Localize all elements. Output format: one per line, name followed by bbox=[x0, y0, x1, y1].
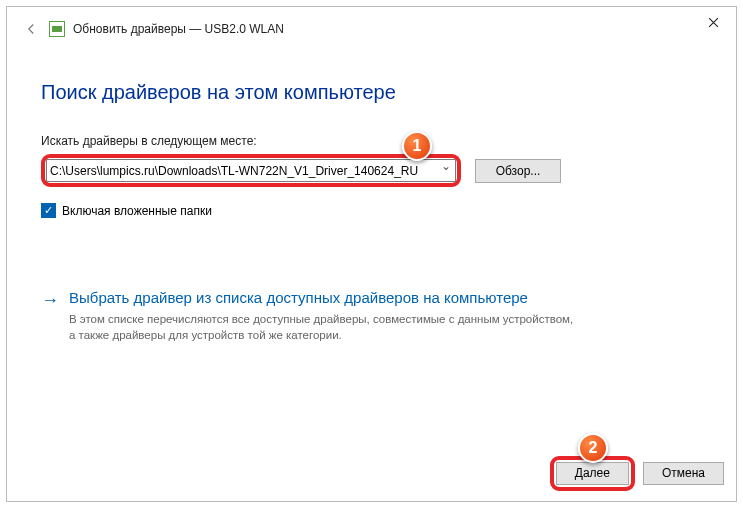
driver-icon bbox=[49, 21, 65, 37]
include-subfolders-checkbox[interactable]: ✓ bbox=[41, 203, 56, 218]
annotation-badge-1: 1 bbox=[402, 131, 432, 161]
option-title: Выбрать драйвер из списка доступных драй… bbox=[69, 288, 581, 308]
back-icon[interactable] bbox=[21, 19, 41, 39]
highlight-1: C:\Users\lumpics.ru\Downloads\TL-WN722N_… bbox=[41, 154, 461, 187]
include-subfolders-label: Включая вложенные папки bbox=[62, 204, 212, 218]
driver-path-combobox[interactable]: C:\Users\lumpics.ru\Downloads\TL-WN722N_… bbox=[46, 159, 456, 182]
driver-path-value: C:\Users\lumpics.ru\Downloads\TL-WN722N_… bbox=[50, 164, 418, 178]
pick-from-list-option[interactable]: → Выбрать драйвер из списка доступных др… bbox=[41, 288, 581, 343]
browse-button[interactable]: Обзор... bbox=[475, 159, 561, 183]
page-heading: Поиск драйверов на этом компьютере bbox=[41, 81, 702, 104]
option-description: В этом списке перечисляются все доступны… bbox=[69, 311, 581, 343]
footer: Далее Отмена bbox=[7, 445, 736, 501]
close-button[interactable] bbox=[690, 7, 736, 37]
cancel-button[interactable]: Отмена bbox=[643, 462, 724, 485]
arrow-right-icon: → bbox=[41, 288, 59, 311]
annotation-badge-2: 2 bbox=[578, 433, 608, 463]
path-label: Искать драйверы в следующем месте: bbox=[41, 134, 702, 148]
driver-update-window: Обновить драйверы — USB2.0 WLAN Поиск др… bbox=[6, 6, 737, 502]
titlebar: Обновить драйверы — USB2.0 WLAN bbox=[7, 7, 736, 51]
include-subfolders-row: ✓ Включая вложенные папки bbox=[41, 203, 702, 218]
path-row: C:\Users\lumpics.ru\Downloads\TL-WN722N_… bbox=[41, 154, 702, 187]
next-button[interactable]: Далее bbox=[556, 462, 629, 485]
window-title: Обновить драйверы — USB2.0 WLAN bbox=[73, 22, 284, 36]
content-area: Поиск драйверов на этом компьютере Искат… bbox=[7, 51, 736, 445]
